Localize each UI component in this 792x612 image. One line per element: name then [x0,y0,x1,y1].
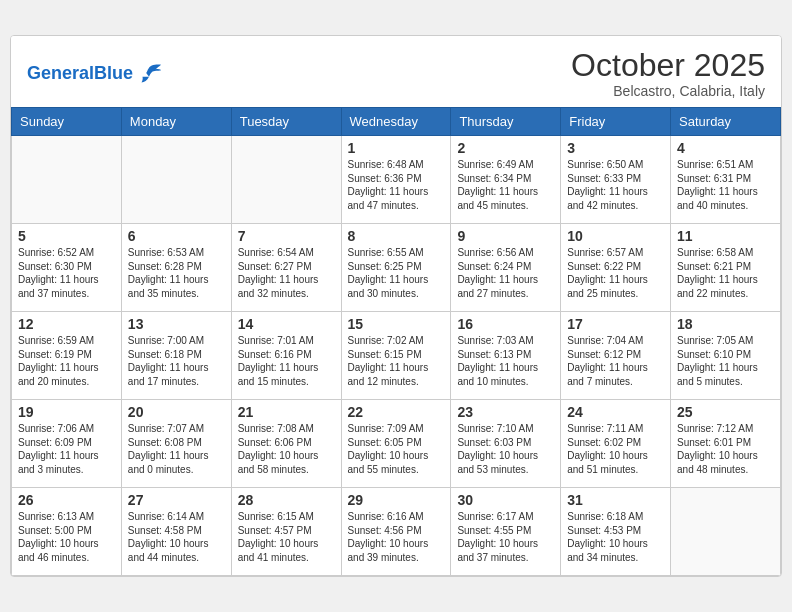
day-number: 21 [238,404,335,420]
day-info: Sunrise: 6:51 AM Sunset: 6:31 PM Dayligh… [677,158,774,212]
calendar-cell: 2Sunrise: 6:49 AM Sunset: 6:34 PM Daylig… [451,136,561,224]
day-info: Sunrise: 6:55 AM Sunset: 6:25 PM Dayligh… [348,246,445,300]
logo-bird-icon [135,60,163,88]
calendar-cell: 12Sunrise: 6:59 AM Sunset: 6:19 PM Dayli… [12,312,122,400]
calendar-header: GeneralBlue October 2025 Belcastro, Cala… [11,36,781,107]
logo-text: GeneralBlue [27,64,133,84]
day-info: Sunrise: 7:12 AM Sunset: 6:01 PM Dayligh… [677,422,774,476]
day-number: 6 [128,228,225,244]
day-number: 5 [18,228,115,244]
calendar-cell: 17Sunrise: 7:04 AM Sunset: 6:12 PM Dayli… [561,312,671,400]
calendar-cell: 8Sunrise: 6:55 AM Sunset: 6:25 PM Daylig… [341,224,451,312]
day-info: Sunrise: 7:01 AM Sunset: 6:16 PM Dayligh… [238,334,335,388]
calendar-cell [121,136,231,224]
day-number: 25 [677,404,774,420]
day-number: 20 [128,404,225,420]
day-info: Sunrise: 6:58 AM Sunset: 6:21 PM Dayligh… [677,246,774,300]
day-info: Sunrise: 7:00 AM Sunset: 6:18 PM Dayligh… [128,334,225,388]
day-number: 14 [238,316,335,332]
calendar-cell: 19Sunrise: 7:06 AM Sunset: 6:09 PM Dayli… [12,400,122,488]
calendar-cell: 16Sunrise: 7:03 AM Sunset: 6:13 PM Dayli… [451,312,561,400]
day-info: Sunrise: 7:11 AM Sunset: 6:02 PM Dayligh… [567,422,664,476]
calendar-cell: 11Sunrise: 6:58 AM Sunset: 6:21 PM Dayli… [671,224,781,312]
day-number: 28 [238,492,335,508]
weekday-header-tuesday: Tuesday [231,108,341,136]
calendar-cell: 25Sunrise: 7:12 AM Sunset: 6:01 PM Dayli… [671,400,781,488]
calendar-cell: 3Sunrise: 6:50 AM Sunset: 6:33 PM Daylig… [561,136,671,224]
weekday-header-monday: Monday [121,108,231,136]
day-info: Sunrise: 7:05 AM Sunset: 6:10 PM Dayligh… [677,334,774,388]
day-info: Sunrise: 6:13 AM Sunset: 5:00 PM Dayligh… [18,510,115,564]
day-number: 16 [457,316,554,332]
calendar-cell: 27Sunrise: 6:14 AM Sunset: 4:58 PM Dayli… [121,488,231,576]
calendar-cell: 21Sunrise: 7:08 AM Sunset: 6:06 PM Dayli… [231,400,341,488]
calendar-cell: 20Sunrise: 7:07 AM Sunset: 6:08 PM Dayli… [121,400,231,488]
weekday-header-wednesday: Wednesday [341,108,451,136]
weekday-header-thursday: Thursday [451,108,561,136]
calendar-container: GeneralBlue October 2025 Belcastro, Cala… [10,35,782,577]
calendar-week-row: 1Sunrise: 6:48 AM Sunset: 6:36 PM Daylig… [12,136,781,224]
day-number: 29 [348,492,445,508]
location: Belcastro, Calabria, Italy [571,83,765,99]
day-number: 30 [457,492,554,508]
weekday-header-row: SundayMondayTuesdayWednesdayThursdayFrid… [12,108,781,136]
calendar-cell: 5Sunrise: 6:52 AM Sunset: 6:30 PM Daylig… [12,224,122,312]
day-number: 2 [457,140,554,156]
day-info: Sunrise: 7:04 AM Sunset: 6:12 PM Dayligh… [567,334,664,388]
day-info: Sunrise: 7:10 AM Sunset: 6:03 PM Dayligh… [457,422,554,476]
day-info: Sunrise: 6:49 AM Sunset: 6:34 PM Dayligh… [457,158,554,212]
logo: GeneralBlue [27,60,163,88]
day-number: 4 [677,140,774,156]
calendar-cell: 15Sunrise: 7:02 AM Sunset: 6:15 PM Dayli… [341,312,451,400]
day-number: 9 [457,228,554,244]
calendar-cell: 1Sunrise: 6:48 AM Sunset: 6:36 PM Daylig… [341,136,451,224]
day-info: Sunrise: 6:59 AM Sunset: 6:19 PM Dayligh… [18,334,115,388]
day-info: Sunrise: 6:56 AM Sunset: 6:24 PM Dayligh… [457,246,554,300]
day-info: Sunrise: 7:02 AM Sunset: 6:15 PM Dayligh… [348,334,445,388]
day-info: Sunrise: 6:57 AM Sunset: 6:22 PM Dayligh… [567,246,664,300]
calendar-cell: 28Sunrise: 6:15 AM Sunset: 4:57 PM Dayli… [231,488,341,576]
calendar-cell: 22Sunrise: 7:09 AM Sunset: 6:05 PM Dayli… [341,400,451,488]
day-info: Sunrise: 7:06 AM Sunset: 6:09 PM Dayligh… [18,422,115,476]
calendar-cell: 31Sunrise: 6:18 AM Sunset: 4:53 PM Dayli… [561,488,671,576]
day-number: 26 [18,492,115,508]
calendar-cell: 14Sunrise: 7:01 AM Sunset: 6:16 PM Dayli… [231,312,341,400]
day-number: 23 [457,404,554,420]
day-info: Sunrise: 6:54 AM Sunset: 6:27 PM Dayligh… [238,246,335,300]
calendar-cell: 18Sunrise: 7:05 AM Sunset: 6:10 PM Dayli… [671,312,781,400]
calendar-cell: 6Sunrise: 6:53 AM Sunset: 6:28 PM Daylig… [121,224,231,312]
weekday-header-saturday: Saturday [671,108,781,136]
calendar-week-row: 5Sunrise: 6:52 AM Sunset: 6:30 PM Daylig… [12,224,781,312]
calendar-cell [671,488,781,576]
calendar-week-row: 26Sunrise: 6:13 AM Sunset: 5:00 PM Dayli… [12,488,781,576]
day-number: 31 [567,492,664,508]
day-number: 7 [238,228,335,244]
title-block: October 2025 Belcastro, Calabria, Italy [571,48,765,99]
day-info: Sunrise: 6:53 AM Sunset: 6:28 PM Dayligh… [128,246,225,300]
day-number: 19 [18,404,115,420]
calendar-cell: 13Sunrise: 7:00 AM Sunset: 6:18 PM Dayli… [121,312,231,400]
calendar-cell [12,136,122,224]
day-info: Sunrise: 7:09 AM Sunset: 6:05 PM Dayligh… [348,422,445,476]
calendar-cell: 24Sunrise: 7:11 AM Sunset: 6:02 PM Dayli… [561,400,671,488]
day-info: Sunrise: 7:03 AM Sunset: 6:13 PM Dayligh… [457,334,554,388]
calendar-cell: 30Sunrise: 6:17 AM Sunset: 4:55 PM Dayli… [451,488,561,576]
calendar-week-row: 12Sunrise: 6:59 AM Sunset: 6:19 PM Dayli… [12,312,781,400]
day-info: Sunrise: 6:18 AM Sunset: 4:53 PM Dayligh… [567,510,664,564]
day-number: 3 [567,140,664,156]
weekday-header-sunday: Sunday [12,108,122,136]
calendar-cell: 26Sunrise: 6:13 AM Sunset: 5:00 PM Dayli… [12,488,122,576]
day-number: 10 [567,228,664,244]
day-info: Sunrise: 7:08 AM Sunset: 6:06 PM Dayligh… [238,422,335,476]
day-number: 15 [348,316,445,332]
day-info: Sunrise: 6:16 AM Sunset: 4:56 PM Dayligh… [348,510,445,564]
day-info: Sunrise: 6:48 AM Sunset: 6:36 PM Dayligh… [348,158,445,212]
calendar-cell: 23Sunrise: 7:10 AM Sunset: 6:03 PM Dayli… [451,400,561,488]
day-number: 27 [128,492,225,508]
day-number: 24 [567,404,664,420]
day-number: 8 [348,228,445,244]
day-info: Sunrise: 6:17 AM Sunset: 4:55 PM Dayligh… [457,510,554,564]
weekday-header-friday: Friday [561,108,671,136]
calendar-cell: 7Sunrise: 6:54 AM Sunset: 6:27 PM Daylig… [231,224,341,312]
calendar-cell: 10Sunrise: 6:57 AM Sunset: 6:22 PM Dayli… [561,224,671,312]
